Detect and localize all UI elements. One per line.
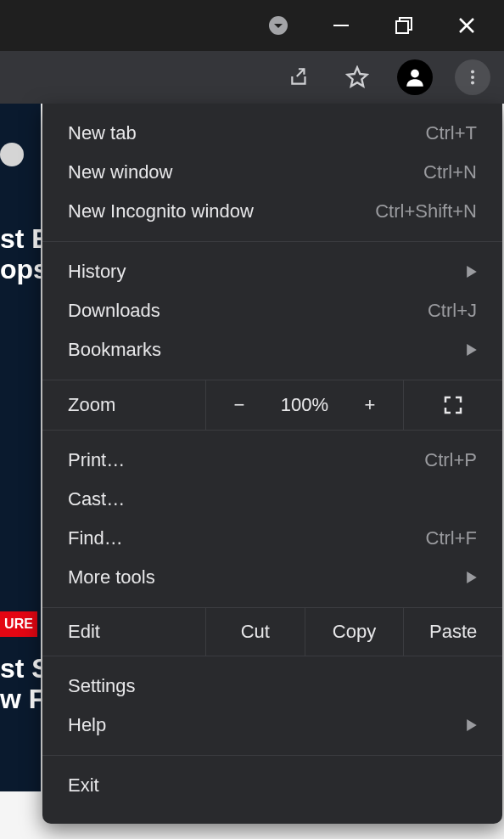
edit-copy-button[interactable]: Copy (305, 608, 404, 656)
menu-item-label: More tools (68, 566, 155, 588)
svg-rect-1 (333, 25, 349, 26)
menu-item-label: Help (68, 714, 106, 736)
edit-paste-button[interactable]: Paste (403, 608, 502, 656)
menu-print[interactable]: Print… Ctrl+P (42, 441, 502, 480)
svg-point-5 (471, 70, 474, 74)
menu-new-tab[interactable]: New tab Ctrl+T (42, 114, 502, 153)
menu-item-label: Edit (42, 621, 205, 643)
zoom-value: 100% (277, 394, 332, 416)
menu-item-label: Zoom (42, 394, 205, 416)
menu-item-label: Cast… (68, 488, 125, 510)
chrome-context-menu: New tab Ctrl+T New window Ctrl+N New Inc… (42, 104, 502, 824)
menu-zoom-row: Zoom − 100% + (42, 380, 502, 430)
menu-more-tools[interactable]: More tools (42, 558, 502, 597)
menu-item-label: Print… (68, 449, 125, 471)
submenu-arrow-icon (467, 719, 477, 731)
menu-item-label: Downloads (68, 300, 160, 322)
profile-avatar-icon[interactable] (397, 59, 433, 95)
menu-history[interactable]: History (42, 252, 502, 291)
svg-rect-3 (396, 21, 408, 33)
browser-toolbar (0, 51, 504, 104)
menu-find[interactable]: Find… Ctrl+F (42, 519, 502, 558)
submenu-arrow-icon (467, 266, 477, 278)
circle-caret-down-icon[interactable] (263, 10, 294, 41)
zoom-controls: − 100% + (205, 380, 403, 430)
zoom-out-button[interactable]: − (227, 394, 252, 416)
menu-item-label: New window (68, 161, 173, 183)
menu-item-label: Settings (68, 675, 136, 697)
minimize-icon[interactable] (326, 10, 356, 41)
menu-item-label: New tab (68, 122, 137, 144)
menu-item-shortcut: Ctrl+T (426, 122, 478, 144)
submenu-arrow-icon (467, 572, 477, 583)
more-vertical-icon[interactable] (455, 59, 490, 95)
window-titlebar (0, 0, 504, 51)
submenu-arrow-icon (467, 344, 477, 356)
edit-cut-button[interactable]: Cut (205, 608, 305, 656)
menu-item-label: History (68, 261, 126, 283)
menu-edit-row: Edit Cut Copy Paste (42, 608, 502, 656)
menu-cast[interactable]: Cast… (42, 480, 502, 519)
svg-point-4 (411, 70, 419, 78)
toggle-chip (0, 143, 24, 166)
menu-help[interactable]: Help (42, 706, 502, 745)
menu-bookmarks[interactable]: Bookmarks (42, 330, 502, 369)
menu-item-label: Bookmarks (68, 339, 161, 361)
zoom-in-button[interactable]: + (357, 394, 383, 416)
close-icon[interactable] (451, 10, 482, 41)
menu-exit[interactable]: Exit (42, 766, 502, 805)
menu-item-label: Find… (68, 527, 123, 549)
page-background (0, 104, 41, 791)
menu-item-shortcut: Ctrl+P (424, 449, 477, 471)
menu-item-label: Exit (68, 774, 99, 797)
menu-item-label: New Incognito window (68, 200, 254, 222)
feature-chip: URE (0, 611, 37, 637)
share-icon[interactable] (282, 59, 317, 95)
fullscreen-button[interactable] (403, 380, 502, 430)
menu-item-shortcut: Ctrl+F (426, 527, 478, 549)
maximize-icon[interactable] (389, 10, 419, 41)
menu-item-shortcut: Ctrl+Shift+N (375, 200, 477, 222)
bookmark-star-icon[interactable] (339, 59, 375, 95)
menu-new-window[interactable]: New window Ctrl+N (42, 153, 502, 192)
menu-settings[interactable]: Settings (42, 667, 502, 706)
menu-item-shortcut: Ctrl+J (428, 300, 477, 322)
menu-new-incognito[interactable]: New Incognito window Ctrl+Shift+N (42, 192, 502, 231)
menu-downloads[interactable]: Downloads Ctrl+J (42, 291, 502, 330)
svg-point-6 (471, 76, 474, 79)
menu-item-shortcut: Ctrl+N (423, 161, 477, 183)
svg-point-7 (471, 81, 474, 84)
